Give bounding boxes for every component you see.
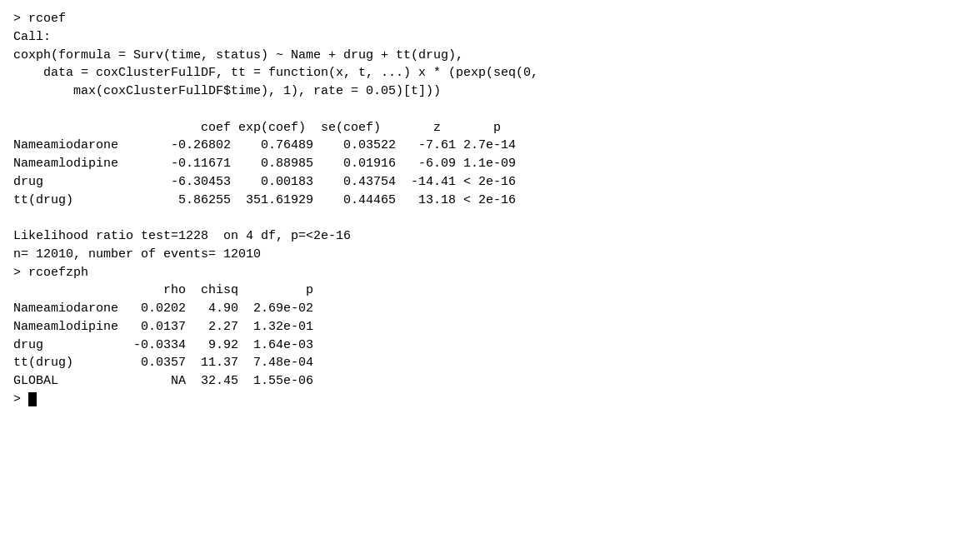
cursor xyxy=(28,392,37,406)
line-3: coxph(formula = Surv(time, status) ~ Nam… xyxy=(13,48,463,62)
line-10: drug -6.30453 0.00183 0.43754 -14.41 < 2… xyxy=(13,175,516,189)
line-19: drug -0.0334 9.92 1.64e-03 xyxy=(13,338,313,352)
line-13: Likelihood ratio test=1228 on 4 df, p=<2… xyxy=(13,229,351,243)
line-22: > xyxy=(13,392,21,406)
line-11: tt(drug) 5.86255 351.61929 0.44465 13.18… xyxy=(13,193,516,207)
line-14: n= 12010, number of events= 12010 xyxy=(13,247,261,262)
line-16: rho chisq p xyxy=(13,283,313,297)
line-18: Nameamlodipine 0.0137 2.27 1.32e-01 xyxy=(13,320,313,334)
line-7: coef exp(coef) se(coef) z p xyxy=(13,121,501,135)
line-17: Nameamiodarone 0.0202 4.90 2.69e-02 xyxy=(13,301,313,316)
line-21: GLOBAL NA 32.45 1.55e-06 xyxy=(13,374,313,388)
line-4: data = coxClusterFullDF, tt = function(x… xyxy=(13,66,538,80)
line-8: Nameamiodarone -0.26802 0.76489 0.03522 … xyxy=(13,138,516,152)
console-output: > rcoef Call: coxph(formula = Surv(time,… xyxy=(13,10,967,409)
line-20: tt(drug) 0.0357 11.37 7.48e-04 xyxy=(13,356,313,370)
line-9: Nameamlodipine -0.11671 0.88985 0.01916 … xyxy=(13,157,516,171)
line-2: Call: xyxy=(13,30,51,44)
line-5: max(coxClusterFullDF$time), 1), rate = 0… xyxy=(13,84,441,98)
line-15: > rcoefzph xyxy=(13,266,88,280)
line-1: > rcoef xyxy=(13,12,66,26)
